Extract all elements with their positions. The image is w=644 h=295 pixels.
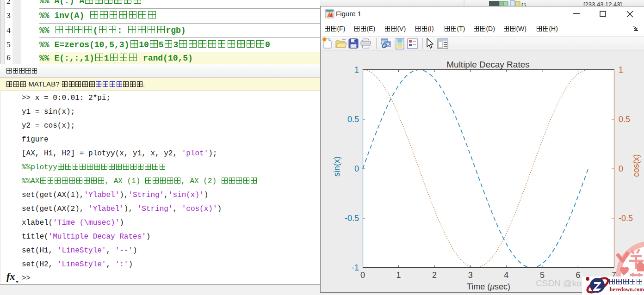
svg-text:0: 0 (360, 270, 365, 280)
svg-text:Multiple Decay Rates: Multiple Decay Rates (446, 60, 530, 69)
svg-text:1: 1 (354, 65, 359, 74)
svg-text:1: 1 (619, 65, 623, 74)
svg-text:-0.5: -0.5 (619, 214, 633, 223)
svg-text:1: 1 (396, 270, 401, 280)
svg-text:0.5: 0.5 (619, 115, 630, 124)
svg-text:cos(x): cos(x) (632, 154, 641, 177)
svg-text:3: 3 (468, 270, 473, 280)
svg-text:Time (μsec): Time (μsec) (467, 282, 510, 291)
svg-text:-1: -1 (352, 263, 359, 272)
svg-text:0.5: 0.5 (347, 115, 359, 124)
svg-text:sin(x): sin(x) (332, 156, 341, 177)
svg-text:2: 2 (432, 270, 437, 280)
svg-text:[233.43.12.43]: [233.43.12.43] (583, 1, 622, 6)
svg-text:G: G (521, 1, 526, 6)
svg-text:4: 4 (504, 270, 508, 280)
svg-text:0: 0 (619, 164, 623, 173)
svg-text:-0.5: -0.5 (345, 214, 359, 223)
svg-text:0: 0 (354, 164, 359, 173)
